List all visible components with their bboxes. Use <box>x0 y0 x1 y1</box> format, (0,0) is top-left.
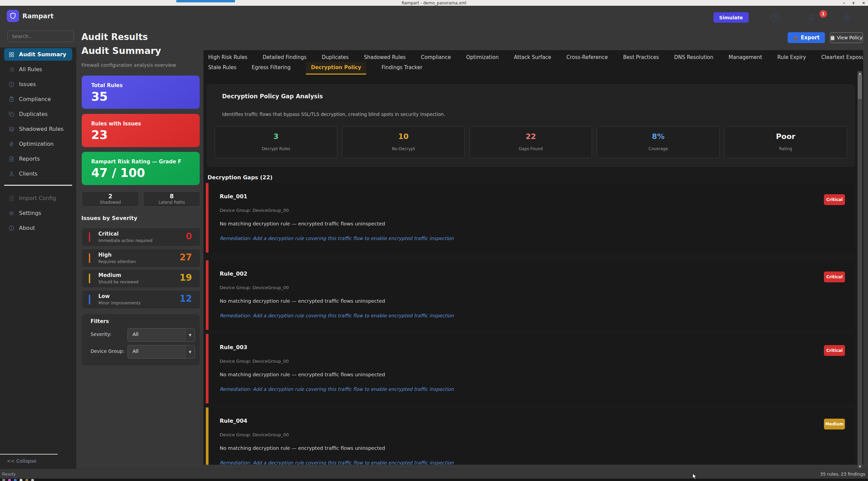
view-policy-button[interactable]: View Policy <box>830 32 863 43</box>
severity-row: Critical Immediate action required 0 <box>82 228 200 246</box>
sidebar-item[interactable]: Duplicates <box>4 108 72 120</box>
tab[interactable]: Duplicates <box>322 52 349 60</box>
sidebar-item-label: Audit Summary <box>19 51 66 58</box>
tab[interactable]: Optimization <box>466 52 499 60</box>
sidebar-item[interactable]: Settings <box>4 207 72 219</box>
severity-count: 0 <box>186 231 192 241</box>
rule-remediation: Remediation: Add a decryption rule cover… <box>220 460 454 465</box>
tab[interactable]: High Risk Rules <box>208 52 248 60</box>
gear-icon[interactable] <box>843 13 852 22</box>
sidebar-item[interactable]: Issues <box>4 78 72 91</box>
sidebar-item[interactable]: Reports <box>4 153 72 165</box>
severity-label: Low <box>98 293 110 299</box>
sidebar-item-label: Reports <box>19 156 40 162</box>
minicard-label: Lateral Paths <box>143 200 200 205</box>
taskbar-app-icon[interactable] <box>25 479 28 481</box>
decryption-gap-card[interactable]: Rule_002 Device Group: DeviceGroup_00 No… <box>206 260 855 330</box>
taskbar-app-icon[interactable] <box>8 479 11 481</box>
severity-description: Immediate action required <box>98 238 153 243</box>
taskbar-active-app[interactable] <box>176 0 235 2</box>
window-controls: – + ✕ <box>843 0 865 6</box>
minimize-button[interactable]: – <box>843 1 845 5</box>
desktop-taskbar[interactable] <box>0 479 868 481</box>
tab[interactable]: Attack Surface <box>514 52 551 60</box>
help-icon[interactable] <box>770 13 779 22</box>
export-button[interactable]: Export <box>788 32 825 43</box>
gap-analysis-description: Identifies traffic flows that bypass SSL… <box>222 112 445 117</box>
stat-value: 10 <box>342 132 465 141</box>
sidebar-item-label: All Rules <box>19 66 42 73</box>
sidebar-item-label: Optimization <box>19 141 54 147</box>
rule-finding: No matching decryption rule — encrypted … <box>220 372 385 377</box>
summary-card: Total Rules 35 <box>82 76 200 109</box>
summary-heading: Audit Summary <box>81 45 161 56</box>
notification-badge[interactable]: 1 <box>820 10 827 18</box>
summary-card-value: 47 / 100 <box>91 166 145 180</box>
app-window: Rampart - demo_panorama.xml – + ✕ Rampar… <box>0 0 868 481</box>
sidebar-item[interactable]: Shadowed Rules <box>4 123 72 135</box>
sidebar-item-label: Settings <box>19 210 41 216</box>
tab[interactable]: Best Practices <box>623 52 659 60</box>
severity-description: Minor improvements <box>98 301 140 305</box>
scrollbar-thumb[interactable] <box>858 75 862 99</box>
tab[interactable]: Shadowed Rules <box>364 52 406 60</box>
scroll-down-icon[interactable]: ▼ <box>857 464 862 468</box>
shield-icon <box>9 12 17 20</box>
status-bar: Ready 35 rules, 23 findings <box>0 469 868 479</box>
tab[interactable]: Cleartext Exposure <box>821 52 863 60</box>
tab[interactable]: Rule Expiry <box>777 52 806 60</box>
close-button[interactable]: ✕ <box>862 1 865 5</box>
sidebar-item[interactable]: Clients <box>4 167 72 180</box>
tab[interactable]: Cross-Reference <box>567 52 608 60</box>
sidebar-nav-secondary: Import Config Settings About <box>0 191 76 234</box>
decryption-gap-card[interactable]: Rule_001 Device Group: DeviceGroup_00 No… <box>206 183 855 253</box>
decryption-gap-card[interactable]: Rule_004 Device Group: DeviceGroup_00 No… <box>206 407 855 465</box>
maximize-button[interactable]: + <box>852 1 855 5</box>
taskbar-app-icon[interactable] <box>31 479 34 481</box>
summary-subtitle: Firewall configuration analysis overview <box>81 62 176 68</box>
sidebar-item-label: About <box>19 225 35 231</box>
summary-card-label: Rampart Risk Rating — Grade F <box>91 159 181 165</box>
tab[interactable]: Management <box>729 52 762 60</box>
device-group-filter-select[interactable]: All ▼ <box>127 345 195 359</box>
decryption-gap-card[interactable]: Rule_003 Device Group: DeviceGroup_00 No… <box>206 334 855 403</box>
sidebar-collapse-button[interactable]: << Collapse <box>7 458 36 464</box>
simulate-button[interactable]: Simulate <box>713 12 749 23</box>
taskbar-app-icon[interactable] <box>2 479 5 481</box>
window-title: Rampart - demo_panorama.xml <box>402 1 467 5</box>
tab[interactable]: Stale Rules <box>208 62 236 71</box>
taskbar-app-icon[interactable] <box>20 479 22 481</box>
tab[interactable]: Findings Tracker <box>381 62 422 71</box>
sidebar-item[interactable]: Compliance <box>4 93 72 105</box>
zap-icon <box>8 141 15 147</box>
app-header: Rampart Simulate 1 <box>0 6 868 27</box>
bell-icon[interactable] <box>807 13 816 22</box>
tab[interactable]: Decryption Policy <box>306 62 366 75</box>
tab[interactable]: Egress Filtering <box>252 62 291 71</box>
severity-color-bar <box>89 253 90 263</box>
sidebar-item-label: Compliance <box>19 96 51 102</box>
rule-remediation: Remediation: Add a decryption rule cover… <box>220 313 454 318</box>
search-input[interactable] <box>7 31 74 42</box>
list-icon <box>8 66 15 73</box>
page-title: Audit Results <box>81 32 148 42</box>
sidebar-item[interactable]: Optimization <box>4 138 72 150</box>
sidebar-item[interactable]: About <box>4 222 72 234</box>
taskbar-app-icon[interactable] <box>14 479 17 481</box>
severity-badge: Critical <box>824 345 845 356</box>
filters-panel: Filters Severity: All ▼ Device Group: Al… <box>82 314 200 365</box>
sidebar-item[interactable]: All Rules <box>4 63 72 76</box>
severity-count: 27 <box>180 252 192 262</box>
vertical-scrollbar[interactable]: ▲ ▼ <box>857 71 862 468</box>
gear-icon <box>8 210 15 216</box>
severity-filter-select[interactable]: All ▼ <box>127 328 195 342</box>
device-group-filter-label: Device Group: <box>91 348 124 354</box>
sidebar-item[interactable]: Import Config <box>4 192 72 204</box>
sidebar-item[interactable]: Audit Summary <box>4 48 72 61</box>
minicard-value: 2 <box>82 193 139 200</box>
stat-label: Rating <box>725 146 847 151</box>
tab[interactable]: DNS Resolution <box>674 52 713 60</box>
tab[interactable]: Compliance <box>421 52 451 60</box>
tab[interactable]: Detailed Findings <box>263 52 307 60</box>
severity-color-bar <box>89 295 90 304</box>
